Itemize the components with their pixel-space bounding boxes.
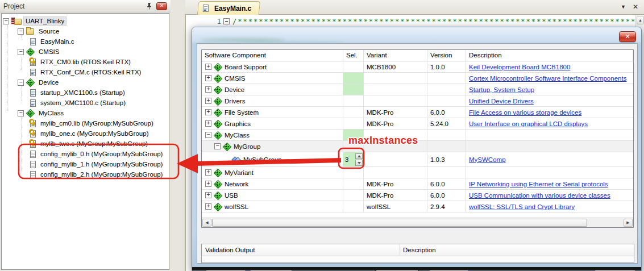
component-row-drivers[interactable]: +DriversUnified Device Drivers [202, 95, 633, 107]
component-icon [214, 63, 222, 71]
scrollbar-thumb[interactable] [212, 219, 587, 227]
tab-easymain[interactable]: EasyMain.c [197, 1, 261, 15]
variant-cell [364, 84, 427, 95]
variant-cell [364, 141, 427, 152]
tree-item-mylib-one-c-mygroup-mysubgroup[interactable]: mylib_one.c (MyGroup:MySubGroup) [2, 128, 169, 139]
expand-toggle-icon[interactable]: + [205, 120, 211, 127]
col-variant[interactable]: Variant [364, 50, 427, 61]
sel-cell [343, 201, 364, 212]
tree-item-uart-blinky[interactable]: −UART_Blinky [2, 16, 169, 26]
tree-item-config-mylib-0-h-mygroup-mysubgroup[interactable]: config_mylib_0.h (MyGroup:MySubGroup) [2, 149, 169, 159]
version-cell: 6.0.0 [427, 107, 466, 118]
tree-item-rtx-cm0-lib-rtos-keil-rtx[interactable]: RTX_CM0.lib (RTOS:Keil RTX) [2, 57, 169, 67]
description-link[interactable]: wolfSSL: SSL/TLS and Crypt Library [469, 203, 575, 210]
expand-toggle-icon[interactable]: − [18, 49, 24, 55]
component-name-cell: +wolfSSL [202, 201, 343, 212]
description-link[interactable]: Keil Development Board MCB1800 [469, 64, 570, 70]
pin-icon[interactable] [145, 2, 153, 10]
spinner-up-icon[interactable] [355, 153, 363, 160]
spinner-buttons[interactable] [355, 153, 363, 166]
tree-item-config-mylib-2-h-mygroup-mysubgroup[interactable]: config_mylib_2.h (MyGroup:MySubGroup) [2, 169, 169, 180]
tree-item-cmsis[interactable]: −CMSIS [2, 47, 169, 57]
file-key-icon [30, 59, 36, 66]
component-row-usb[interactable]: +USBMDK-Pro6.0.0USB Communication with v… [202, 190, 633, 201]
expand-toggle-icon[interactable]: + [205, 203, 211, 210]
tree-item-label: config_mylib_2.h (MyGroup:MySubGroup) [39, 170, 164, 178]
panel-close-icon[interactable]: ✕ [156, 2, 167, 10]
version-cell: 2.9.4 [427, 201, 466, 212]
component-row-myvariant[interactable]: +MyVariant [202, 167, 633, 178]
tree-item-mylib-two-c-mygroup-mysubgroup[interactable]: mylib_two.c (MyGroup:MySubGroup) [2, 139, 169, 149]
dialog-close-icon[interactable]: ✕ [619, 31, 636, 42]
component-name-label: USB [225, 192, 238, 199]
tree-item-device[interactable]: −Device [2, 77, 169, 87]
tree-item-label: mylib_cm0.lib (MyGroup:MySubGroup) [39, 119, 155, 127]
spinner-down-icon[interactable] [355, 160, 363, 166]
component-row-network[interactable]: +NetworkMDK-Pro6.0.0IP Networking using … [202, 178, 633, 190]
expand-toggle-icon[interactable]: + [205, 75, 211, 81]
expand-toggle-icon[interactable]: − [3, 18, 9, 24]
subgroup-icon [232, 156, 240, 163]
col-description[interactable]: Description [466, 50, 633, 61]
description-link[interactable]: Unified Device Drivers [469, 98, 534, 105]
tree-item-source[interactable]: −Source [2, 26, 169, 36]
expand-toggle-icon[interactable]: − [18, 28, 24, 35]
component-row-device[interactable]: +DeviceStartup, System Setup [202, 84, 633, 95]
component-row-wolfssl[interactable]: +wolfSSLwolfSSL2.9.4wolfSSL: SSL/TLS and… [202, 201, 633, 212]
tab-list-dropdown-icon[interactable]: ▼ [621, 4, 626, 10]
expand-toggle-icon[interactable]: − [18, 110, 24, 116]
description-link[interactable]: MySWComp [469, 156, 506, 163]
component-name-cell: +Drivers [202, 95, 343, 106]
component-row-file-system[interactable]: +File SystemMDK-Pro6.0.0File Access on v… [202, 107, 633, 118]
close-document-icon[interactable]: ✕ [633, 3, 638, 11]
scroll-up-arrow-icon[interactable]: ▲ [637, 16, 644, 24]
description-link[interactable]: User Interface on graphical LCD displays [469, 120, 588, 127]
description-link[interactable]: File Access on various storage devices [469, 109, 581, 116]
tree-item-startup-xmc1100-s-startup[interactable]: startup_XMC1100.s (Startup) [2, 87, 169, 98]
code-fold-toggle[interactable] [223, 18, 230, 24]
description-link[interactable]: Cortex Microcontroller Software Interfac… [469, 75, 626, 82]
col-version[interactable]: Version [427, 50, 466, 61]
expand-toggle-icon[interactable]: + [205, 98, 211, 104]
tree-item-system-xmc1100-c-startup[interactable]: system_XMC1100.c (Startup) [2, 98, 169, 108]
component-icon [214, 109, 222, 116]
component-row-mygroup[interactable]: −MyGroup [202, 141, 633, 152]
tree-item-easymain-c[interactable]: EasyMain.c [2, 36, 169, 47]
expand-toggle-icon[interactable]: + [205, 181, 211, 187]
col-software-component[interactable]: Software Component [202, 50, 343, 61]
description-link[interactable]: USB Communication with various device cl… [469, 192, 610, 199]
col-sel[interactable]: Sel. [343, 50, 364, 61]
expand-toggle-icon[interactable]: − [214, 143, 221, 149]
expand-toggle-icon[interactable]: − [205, 132, 211, 138]
scroll-right-arrow-icon[interactable]: ▶ [624, 219, 633, 227]
folder-icon [26, 28, 34, 35]
table-horizontal-scrollbar[interactable]: ◀ ▶ [202, 218, 633, 227]
tree-item-rtx-conf-cm-c-rtos-keil-rtx[interactable]: RTX_Conf_CM.c (RTOS:Keil RTX) [2, 67, 169, 77]
tree-item-mylib-cm0-lib-mygroup-mysubgroup[interactable]: mylib_cm0.lib (MyGroup:MySubGroup) [2, 118, 169, 128]
expand-toggle-icon[interactable]: + [205, 109, 211, 115]
tree-item-config-mylib-1-h-mygroup-mysubgroup[interactable]: config_mylib_1.h (MyGroup:MySubGroup) [2, 159, 169, 169]
component-row-board-support[interactable]: +Board SupportMCB18001.0.0Keil Developme… [202, 61, 633, 73]
component-row-graphics[interactable]: +GraphicsMDK-Pro5.24.0User Interface on … [202, 118, 633, 130]
expand-toggle-icon[interactable]: − [18, 80, 24, 86]
tree-item-label: mylib_one.c (MyGroup:MySubGroup) [39, 130, 150, 137]
component-row-cmsis[interactable]: +CMSISCortex Microcontroller Software In… [202, 73, 633, 84]
uvision-window: EasyMain.c ▼ ✕ 1 /**********************… [0, 0, 644, 271]
scroll-left-arrow-icon[interactable]: ◀ [202, 219, 211, 227]
glass-reflection [200, 39, 285, 41]
variant-cell [364, 167, 427, 178]
manage-rte-dialog: ✕ Software Component Sel. Variant Versio… [192, 27, 642, 271]
description-link[interactable]: Startup, System Setup [469, 86, 534, 93]
expand-toggle-icon[interactable]: + [205, 86, 211, 93]
component-row-mysubgroup[interactable]: MySubGroup31.0.3MySWComp [202, 152, 633, 167]
description-cell [466, 141, 633, 152]
tree-item-myclass[interactable]: −MyClass [2, 108, 169, 118]
component-row-myclass[interactable]: −MyClass [202, 130, 633, 141]
file-key-icon [30, 130, 36, 137]
component-name-cell: +CMSIS [202, 73, 343, 84]
description-link[interactable]: IP Networking using Ethernet or Serial p… [469, 181, 608, 187]
expand-toggle-icon[interactable]: + [205, 192, 211, 198]
max-instances-spinner[interactable]: 3 [343, 152, 364, 166]
expand-toggle-icon[interactable]: + [205, 169, 211, 176]
expand-toggle-icon[interactable]: + [205, 64, 211, 70]
